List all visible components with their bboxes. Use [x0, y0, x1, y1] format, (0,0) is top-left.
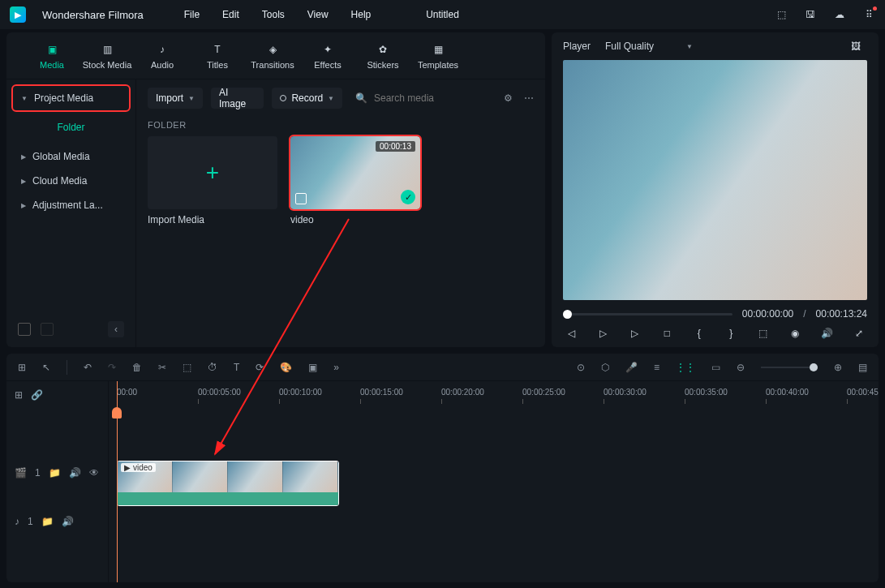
video-clip-card[interactable]: 00:00:13 ✓ video: [290, 136, 420, 225]
import-media-card[interactable]: + Import Media: [148, 136, 277, 225]
delete-icon[interactable]: 🗑: [132, 362, 142, 373]
add-track-icon[interactable]: ⊞: [15, 389, 23, 401]
stop-icon[interactable]: □: [659, 328, 675, 339]
tab-media[interactable]: ▣Media: [24, 42, 79, 70]
prev-frame-icon[interactable]: ◁: [563, 328, 579, 339]
text-icon[interactable]: T: [234, 362, 239, 373]
title-bar: ▶ Wondershare Filmora File Edit Tools Vi…: [0, 0, 885, 29]
view-mode-icon[interactable]: ▤: [858, 362, 867, 373]
sidebar-project-media[interactable]: ▼Project Media: [13, 86, 129, 110]
sidebar-bottom: ‹: [13, 318, 129, 341]
zoom-in-icon[interactable]: ⊕: [834, 362, 842, 373]
menu-help[interactable]: Help: [351, 9, 372, 20]
time-current: 00:00:00:00: [742, 308, 793, 320]
menu-file[interactable]: File: [184, 9, 200, 20]
new-folder-icon[interactable]: [18, 323, 31, 336]
tab-titles[interactable]: TTitles: [190, 42, 245, 70]
tab-effects[interactable]: ✦Effects: [300, 42, 355, 70]
timeline-clip[interactable]: ▶video: [117, 461, 339, 506]
new-bin-icon[interactable]: [41, 323, 54, 336]
clip-duration: 00:00:13: [376, 141, 415, 152]
sidebar-global-media[interactable]: ▶Global Media: [13, 144, 129, 169]
frame-icon[interactable]: ▭: [711, 362, 720, 373]
mute-icon[interactable]: 🔊: [69, 467, 81, 479]
title-icons: ⬚ 🖫 ☁ ⠿: [775, 8, 875, 21]
main-menu: File Edit Tools View Help: [184, 9, 372, 20]
speed-icon[interactable]: ⏱: [208, 362, 217, 373]
audio-track-header[interactable]: ♪1 📁 🔊: [6, 508, 108, 535]
capture-icon[interactable]: ◉: [787, 328, 803, 339]
volume-icon[interactable]: 🔊: [819, 328, 836, 339]
play-forward-icon[interactable]: ▷: [627, 328, 643, 339]
more-tools-icon[interactable]: »: [333, 362, 339, 373]
zoom-slider[interactable]: [761, 367, 818, 368]
video-track-icon: 🎬: [15, 467, 27, 479]
fullscreen-icon[interactable]: ⤢: [851, 328, 867, 339]
tab-stock-media[interactable]: ▥Stock Media: [79, 42, 135, 70]
undo-icon[interactable]: ↶: [84, 362, 92, 373]
mic-icon[interactable]: 🎤: [625, 362, 638, 373]
zoom-out-icon[interactable]: ⊖: [737, 362, 745, 373]
sidebar-cloud-media[interactable]: ▶Cloud Media: [13, 169, 129, 193]
timeline-toolbar: ⊞ ↖ ↶ ↷ 🗑 ✂ ⬚ ⏱ T ⟳ 🎨 ▣ » ⊙ ⬡ 🎤 ≡ ⋮⋮ ▭ ⊖…: [6, 354, 879, 381]
select-icon[interactable]: ↖: [42, 362, 50, 373]
tab-stickers[interactable]: ✿Stickers: [355, 42, 410, 70]
record-button[interactable]: Record▼: [272, 88, 342, 109]
import-button[interactable]: Import▼: [148, 88, 203, 109]
layout-icon[interactable]: ⬚: [775, 8, 788, 21]
link-icon[interactable]: 🔗: [31, 389, 43, 401]
collapse-sidebar-icon[interactable]: ‹: [108, 321, 124, 337]
search-input[interactable]: [374, 92, 496, 104]
time-ruler[interactable]: 00:00 00:00:05:00 00:00:10:00 00:00:15:0…: [109, 381, 879, 409]
save-icon[interactable]: 🖫: [804, 8, 817, 21]
cloud-icon[interactable]: ☁: [833, 8, 846, 21]
video-track-header[interactable]: 🎬1 📁 🔊 👁: [6, 459, 108, 487]
menu-edit[interactable]: Edit: [222, 9, 239, 20]
preview-viewport[interactable]: [563, 60, 867, 300]
more-icon[interactable]: ⋯: [524, 92, 534, 104]
display-icon[interactable]: ⬚: [755, 328, 771, 339]
rotate-icon[interactable]: ⟳: [256, 362, 264, 373]
menu-tools[interactable]: Tools: [262, 9, 285, 20]
tab-audio[interactable]: ♪Audio: [135, 42, 190, 70]
folder-icon[interactable]: 📁: [49, 467, 61, 479]
marker-dot-icon[interactable]: ⊙: [577, 362, 585, 373]
grid-icon[interactable]: ⊞: [18, 362, 26, 373]
playhead[interactable]: [117, 381, 118, 582]
color-icon[interactable]: 🎨: [280, 362, 292, 373]
timeline-panel: ⊞ ↖ ↶ ↷ 🗑 ✂ ⬚ ⏱ T ⟳ 🎨 ▣ » ⊙ ⬡ 🎤 ≡ ⋮⋮ ▭ ⊖…: [6, 354, 879, 582]
tab-transitions[interactable]: ◈Transitions: [245, 42, 300, 70]
audio-track-icon: ♪: [15, 516, 19, 527]
timeline-tracks[interactable]: 00:00 00:00:05:00 00:00:10:00 00:00:15:0…: [109, 381, 879, 582]
ai-image-button[interactable]: AI Image: [211, 88, 264, 109]
crop-icon[interactable]: ⬚: [183, 362, 191, 373]
mask-icon[interactable]: ▣: [308, 362, 317, 373]
apps-icon[interactable]: ⠿: [862, 8, 875, 21]
snapshot-icon[interactable]: 🖼: [851, 41, 867, 52]
mute-icon[interactable]: 🔊: [62, 516, 74, 527]
menu-view[interactable]: View: [307, 9, 329, 20]
sidebar-folder-label: Folder: [13, 115, 129, 139]
shield-icon[interactable]: ⬡: [601, 362, 609, 373]
tab-strip: ▣Media ▥Stock Media ♪Audio TTitles ◈Tran…: [6, 32, 545, 79]
tab-templates[interactable]: ▦Templates: [410, 42, 466, 70]
scrub-bar[interactable]: [563, 313, 732, 315]
visibility-icon[interactable]: 👁: [89, 467, 99, 479]
mark-out-icon[interactable]: }: [723, 328, 739, 339]
cut-icon[interactable]: ✂: [158, 362, 166, 373]
app-logo: ▶: [10, 6, 26, 23]
time-total: 00:00:13:24: [816, 308, 867, 320]
player-panel: Player Full Quality▼ 🖼 00:00:00:00 / 00:…: [552, 32, 879, 347]
player-label: Player: [563, 41, 591, 52]
track-headers: ⊞🔗 🎬1 📁 🔊 👁 ♪1 📁 🔊: [6, 381, 109, 582]
sidebar-adjustment-layer[interactable]: ▶Adjustment La...: [13, 193, 129, 217]
snap-icon[interactable]: ⋮⋮: [676, 362, 695, 373]
redo-icon[interactable]: ↷: [108, 362, 116, 373]
folder-icon[interactable]: 📁: [41, 516, 54, 527]
mark-in-icon[interactable]: {: [691, 328, 707, 339]
quality-dropdown[interactable]: Full Quality▼: [605, 41, 693, 52]
clip-frame-icon: [295, 193, 307, 204]
play-icon[interactable]: ▷: [595, 328, 611, 339]
filter-icon[interactable]: ⚙: [504, 92, 513, 104]
mixer-icon[interactable]: ≡: [654, 362, 659, 373]
